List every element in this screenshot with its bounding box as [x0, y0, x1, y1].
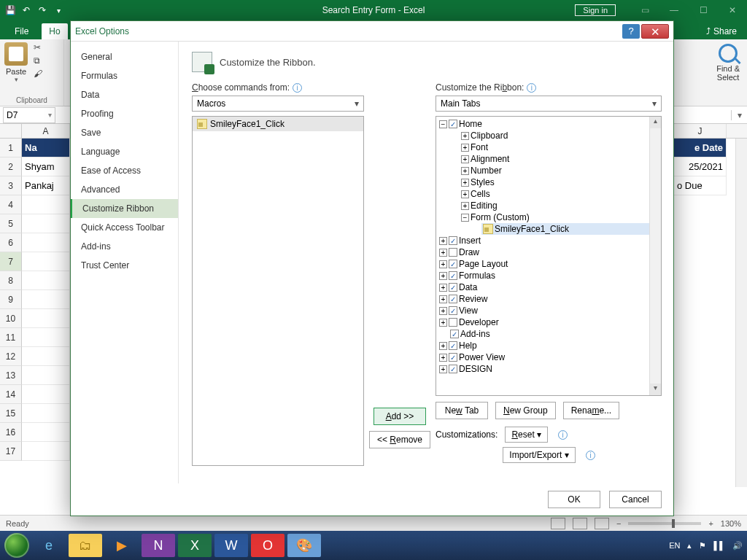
zoom-slider[interactable]	[628, 522, 701, 525]
new-group-button[interactable]: New Group	[495, 402, 556, 419]
help-button[interactable]: ?	[622, 24, 640, 39]
nav-item-add-ins[interactable]: Add-ins	[71, 237, 178, 256]
ie-icon[interactable]: e	[32, 534, 66, 557]
tree-node[interactable]: + Review	[438, 293, 659, 305]
tree-node[interactable]: + Cells	[460, 188, 659, 200]
copy-icon[interactable]: ⧉	[34, 55, 42, 66]
file-tab[interactable]: File	[4, 23, 39, 39]
col-header[interactable]: J	[674, 124, 727, 138]
word-icon[interactable]: W	[214, 534, 248, 557]
network-icon[interactable]: ▌▌	[713, 541, 725, 550]
redo-icon[interactable]: ↷	[36, 4, 48, 16]
tree-node[interactable]: + Clipboard	[460, 130, 659, 141]
format-painter-icon[interactable]: 🖌	[34, 69, 42, 79]
paint-icon[interactable]: 🎨	[287, 534, 321, 557]
import-export-button[interactable]: Import/Export ▾	[503, 447, 576, 463]
tree-node[interactable]: + Formulas	[438, 270, 659, 281]
tree-node[interactable]: + Developer	[438, 316, 659, 328]
home-tab[interactable]: Ho	[42, 23, 67, 39]
list-item[interactable]: SmileyFace1_Click	[193, 117, 363, 131]
commands-list[interactable]: SmileyFace1_Click	[192, 116, 364, 466]
onenote-icon[interactable]: N	[142, 534, 175, 557]
new-tab-button[interactable]: New Tab	[436, 402, 488, 419]
tree-node[interactable]: + DESIGN	[438, 363, 659, 375]
cancel-button[interactable]: Cancel	[609, 491, 662, 508]
nav-item-formulas[interactable]: Formulas	[71, 66, 178, 85]
tray-chevron-icon[interactable]: ▴	[687, 541, 692, 551]
cell[interactable]: Pankaj	[22, 176, 70, 195]
row-header[interactable]: 2	[0, 158, 22, 176]
choose-commands-combo[interactable]: Macros ▾	[192, 96, 364, 112]
nav-item-trust-center[interactable]: Trust Center	[71, 256, 178, 275]
excel-icon[interactable]: X	[178, 534, 212, 557]
reset-button[interactable]: Reset ▾	[505, 427, 548, 443]
info-icon[interactable]: i	[586, 451, 595, 460]
page-layout-view-icon[interactable]	[573, 518, 587, 529]
nav-item-save[interactable]: Save	[71, 123, 178, 142]
cell[interactable]: Shyam	[22, 158, 70, 176]
tree-node[interactable]: + Styles	[460, 176, 659, 188]
rename-button[interactable]: Rename...	[563, 402, 619, 419]
nav-item-general[interactable]: General	[71, 47, 178, 66]
nav-item-data[interactable]: Data	[71, 85, 178, 104]
page-break-view-icon[interactable]	[595, 518, 609, 529]
tree-node[interactable]: − Home	[438, 118, 659, 130]
zoom-out-icon[interactable]: −	[616, 519, 621, 528]
find-select-button[interactable]: Find & Select	[716, 44, 740, 101]
table-header-cell[interactable]: Na	[22, 139, 70, 158]
nav-item-ease-of-access[interactable]: Ease of Access	[71, 161, 178, 180]
paste-button[interactable]: Paste ▾	[4, 42, 28, 83]
qat-customize-icon[interactable]: ▾	[53, 4, 64, 16]
nav-item-customize-ribbon[interactable]: Customize Ribbon	[71, 199, 178, 218]
cell[interactable]: o Due	[674, 176, 727, 195]
file-explorer-icon[interactable]: 🗂	[69, 534, 102, 557]
opera-icon[interactable]: O	[251, 534, 285, 557]
cell[interactable]: 25/2021	[674, 158, 727, 176]
remove-button[interactable]: << Remove	[369, 431, 430, 448]
minimize-icon[interactable]: —	[659, 0, 689, 20]
row-header[interactable]: 3	[0, 176, 22, 195]
tree-node[interactable]: + Help	[438, 340, 659, 351]
tree-node[interactable]: + Insert	[438, 235, 659, 246]
tree-node[interactable]: + Data	[438, 281, 659, 293]
name-box[interactable]: D7 ▾	[3, 107, 55, 123]
cut-icon[interactable]: ✂	[34, 42, 42, 52]
info-icon[interactable]: i	[527, 83, 536, 93]
table-header-cell[interactable]: e Date	[674, 139, 727, 158]
nav-item-quick-access-toolbar[interactable]: Quick Access Toolbar	[71, 218, 178, 237]
vertical-scrollbar[interactable]	[735, 139, 747, 487]
share-button[interactable]: ⤴ Share	[696, 23, 747, 39]
nav-item-proofing[interactable]: Proofing	[71, 104, 178, 123]
tree-node[interactable]: + Page Layout	[438, 258, 659, 270]
customize-ribbon-combo[interactable]: Main Tabs ▾	[436, 96, 662, 112]
zoom-level[interactable]: 130%	[721, 519, 741, 528]
tree-node[interactable]: + Draw	[438, 246, 659, 258]
tree-node[interactable]: SmileyFace1_Click	[481, 223, 659, 235]
tree-node[interactable]: + Font	[460, 141, 659, 153]
start-button[interactable]	[4, 533, 29, 558]
maximize-icon[interactable]: ☐	[689, 0, 718, 20]
save-icon[interactable]: 💾	[4, 4, 16, 16]
language-indicator[interactable]: EN	[669, 541, 680, 550]
tree-node[interactable]: + Alignment	[460, 153, 659, 165]
nav-item-language[interactable]: Language	[71, 142, 178, 161]
scroll-down-icon[interactable]: ▾	[650, 384, 661, 395]
flag-icon[interactable]: ⚑	[699, 541, 706, 551]
row-header[interactable]: 1	[0, 139, 22, 158]
tree-node[interactable]: + Editing	[460, 200, 659, 211]
close-icon[interactable]: ✕	[718, 0, 747, 20]
tree-node[interactable]: + View	[438, 305, 659, 316]
close-button[interactable]: ✕	[641, 24, 669, 39]
tree-node[interactable]: + Number	[460, 165, 659, 176]
ok-button[interactable]: OK	[548, 491, 600, 508]
zoom-in-icon[interactable]: +	[708, 519, 713, 528]
media-player-icon[interactable]: ▶	[105, 534, 139, 557]
scroll-up-icon[interactable]: ▴	[650, 117, 661, 128]
ribbon-options-icon[interactable]: ▭	[630, 0, 659, 20]
info-icon[interactable]: i	[558, 430, 568, 440]
tree-node[interactable]: + Power View	[438, 351, 659, 363]
add-button[interactable]: Add >>	[374, 408, 426, 425]
undo-icon[interactable]: ↶	[20, 4, 32, 16]
info-icon[interactable]: i	[293, 83, 302, 93]
tree-node[interactable]: Add-ins	[438, 328, 659, 340]
